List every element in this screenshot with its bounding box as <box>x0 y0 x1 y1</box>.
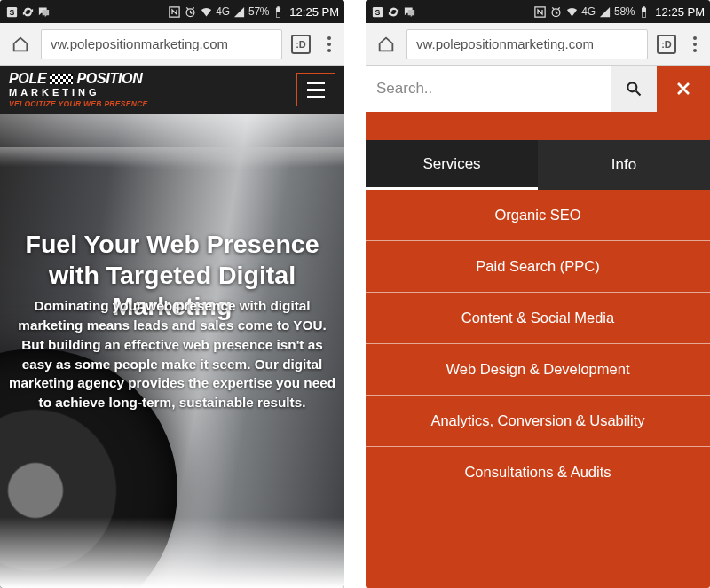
svg-rect-13 <box>643 12 646 17</box>
network-label: 4G <box>581 5 596 18</box>
alarm-icon <box>184 5 197 19</box>
messages-icon <box>37 5 51 19</box>
site-logo[interactable]: POLE POSITION MARKETING VELOCITIZE YOUR … <box>9 72 148 108</box>
svg-rect-12 <box>643 6 646 8</box>
url-input[interactable]: vw.polepositionmarketing.com <box>406 29 648 59</box>
menu-tabs: Services Info <box>366 140 710 190</box>
home-button[interactable] <box>371 29 401 59</box>
tab-services[interactable]: Services <box>366 140 538 190</box>
search-icon <box>625 80 643 98</box>
tabs-button[interactable]: :D <box>291 35 311 54</box>
nav-menu-button[interactable] <box>296 73 335 106</box>
messages-icon <box>403 5 416 19</box>
wifi-icon <box>565 5 579 19</box>
home-button[interactable] <box>5 29 36 59</box>
svg-text:S: S <box>375 7 381 16</box>
signal-icon <box>598 5 611 19</box>
menu-item-content-social[interactable]: Content & Social Media <box>366 293 710 344</box>
logo-word-pole: POLE <box>9 72 46 86</box>
logo-line-marketing: MARKETING <box>9 88 148 98</box>
menu-search-input[interactable] <box>366 66 611 112</box>
hero-body: Dominating your web presence with digita… <box>7 296 337 412</box>
network-label: 4G <box>216 5 230 18</box>
svg-text:S: S <box>10 7 15 16</box>
sync-icon <box>21 5 35 19</box>
chrome-url-bar: vw.polepositionmarketing.com :D <box>0 23 344 66</box>
hamburger-icon <box>307 82 325 84</box>
logo-word-position: POSITION <box>76 72 142 86</box>
services-menu: Organic SEO Paid Search (PPC) Content & … <box>366 190 710 498</box>
menu-search-button[interactable] <box>611 66 657 112</box>
site-header: POLE POSITION MARKETING VELOCITIZE YOUR … <box>0 66 344 114</box>
menu-search-row <box>366 66 710 112</box>
svg-line-15 <box>636 91 641 96</box>
checkered-flag-icon <box>50 74 73 84</box>
signal-icon <box>233 5 246 19</box>
sync-icon <box>387 5 400 19</box>
chrome-menu-button[interactable] <box>685 36 705 52</box>
status-clock: 12:25 PM <box>655 5 705 19</box>
svg-rect-5 <box>278 6 280 8</box>
menu-spacer <box>366 112 710 140</box>
url-input[interactable]: vw.polepositionmarketing.com <box>41 29 282 59</box>
menu-item-web-design[interactable]: Web Design & Development <box>366 344 710 396</box>
menu-item-analytics[interactable]: Analytics, Conversion & Usability <box>366 396 710 447</box>
wifi-icon <box>200 5 213 19</box>
menu-item-paid-search[interactable]: Paid Search (PPC) <box>366 241 710 293</box>
android-status-bar: S 4G 57% 12:25 PM <box>0 0 344 23</box>
battery-icon <box>272 5 285 19</box>
nfc-icon <box>168 5 181 19</box>
alarm-icon <box>549 5 563 19</box>
hero-bottom-fade <box>0 517 344 588</box>
app-icon: S <box>371 5 384 19</box>
status-clock: 12:25 PM <box>289 5 339 19</box>
android-status-bar: S 4G 58% 12:25 PM <box>366 0 710 23</box>
menu-item-consultations[interactable]: Consultations & Audits <box>366 447 710 498</box>
menu-item-organic-seo[interactable]: Organic SEO <box>366 190 710 241</box>
svg-rect-6 <box>277 12 280 17</box>
battery-percent: 58% <box>614 5 635 18</box>
battery-percent: 57% <box>248 5 269 18</box>
close-icon <box>675 81 691 97</box>
chrome-url-bar: vw.polepositionmarketing.com :D <box>366 23 710 66</box>
menu-bottom-fill <box>366 498 710 588</box>
chrome-menu-button[interactable] <box>320 36 339 52</box>
home-icon <box>376 35 396 54</box>
logo-tagline: VELOCITIZE YOUR WEB PRESENCE <box>9 100 148 108</box>
svg-point-14 <box>627 82 636 91</box>
tab-info[interactable]: Info <box>538 140 710 190</box>
tabs-button[interactable]: :D <box>657 35 676 54</box>
nfc-icon <box>533 5 547 19</box>
menu-close-button[interactable] <box>657 66 710 112</box>
app-icon: S <box>5 5 19 19</box>
hero-section: Fuel Your Web Presence with Targeted Dig… <box>0 114 344 588</box>
phone-left: S 4G 57% 12:25 PM vw.polepositionmarketi… <box>0 0 344 588</box>
home-icon <box>11 35 30 54</box>
phone-right: S 4G 58% 12:25 PM vw.polepositionmarketi… <box>366 0 710 588</box>
battery-icon <box>637 5 651 19</box>
